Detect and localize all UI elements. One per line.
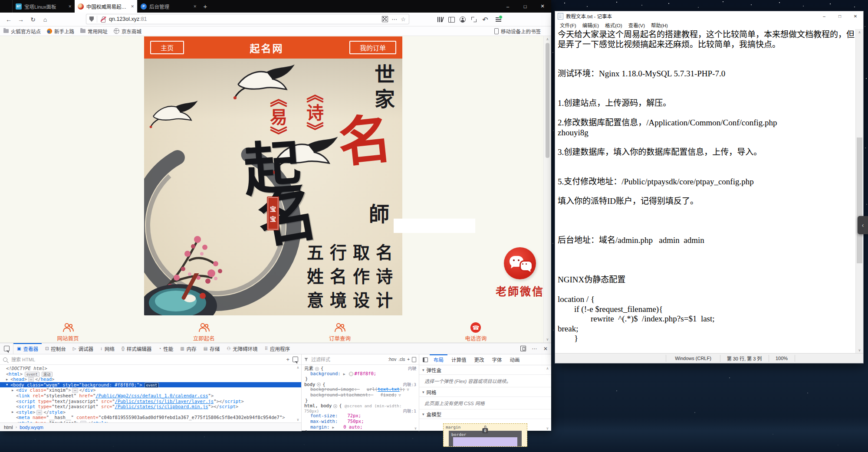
scroll-thumb[interactable] (857, 138, 862, 263)
box-model-padding[interactable] (453, 437, 517, 446)
menu-item[interactable]: 文件(F) (557, 22, 579, 29)
devtools-tab[interactable]: ⊡ 控制台 (42, 343, 69, 354)
expand-arrow-icon[interactable]: ▶ (12, 409, 16, 415)
reload-button[interactable]: ↻ (28, 14, 38, 25)
menu-item[interactable]: 编辑(E) (579, 22, 602, 29)
bookmark-jd-mall[interactable]: 京东商城 (114, 28, 141, 35)
print-media-icon[interactable] (412, 357, 416, 362)
boxmodel-section-header[interactable]: ▾ 盒模型 (419, 409, 551, 419)
nav-item-start-naming[interactable]: 立即起名 (136, 322, 272, 343)
bookmark-getting-started[interactable]: 新手上路 (47, 28, 74, 35)
menu-item[interactable]: 查看(V) (625, 22, 648, 29)
expand-arrow-icon[interactable]: ▶ (6, 377, 10, 383)
search-html-input[interactable] (10, 357, 283, 363)
devtools-tab[interactable]: ▤ 存储 (200, 343, 223, 354)
selector-highlighter-icon[interactable] (317, 383, 321, 386)
scroll-thumb[interactable] (546, 43, 549, 158)
devtools-tab[interactable]: ▥ 内存 (177, 343, 200, 354)
url-text[interactable]: qn.123ol.xyz:81 (109, 16, 378, 22)
tab-fonts[interactable]: 字体 (488, 354, 506, 365)
tab-layout[interactable]: 布局 (430, 354, 447, 365)
scroll-up-icon[interactable]: ∧ (856, 30, 863, 34)
class-toggle-button[interactable]: .cls (398, 357, 405, 362)
devtools-close-icon[interactable]: ✕ (540, 343, 551, 354)
new-tab-button[interactable]: + (200, 0, 211, 13)
devtools-tab[interactable]: ⠿ 应用程序 (261, 343, 293, 354)
library-icon[interactable] (435, 14, 445, 25)
eyedropper-icon[interactable] (293, 357, 298, 362)
html-tree-row[interactable]: <html>event滚动 (0, 371, 301, 377)
css-rule[interactable]: html, body{ @screen and (min-width: 750p… (302, 403, 419, 432)
add-rule-icon[interactable]: + (407, 357, 410, 362)
qr-code-icon[interactable] (382, 16, 388, 22)
tree-scrollbar[interactable]: ∧ ∨ (296, 366, 301, 422)
css-property[interactable]: background-attachment: fixed;▽ (302, 393, 419, 398)
filter-styles-input[interactable] (310, 357, 386, 363)
breadcrumb-body[interactable]: body.wyqm (20, 425, 43, 430)
html-tree-row[interactable]: <script type="text/javascript" src="/Pub… (0, 399, 301, 404)
html-tree-row[interactable]: <meta name="__hash__" content="c04bf8195… (0, 415, 301, 420)
my-orders-button[interactable]: 我的订单 (349, 41, 396, 54)
collapsed-sidebar-handle[interactable]: ‹ (858, 216, 868, 234)
scroll-down-icon[interactable]: ∨ (856, 348, 863, 352)
screenshot-icon[interactable] (469, 14, 479, 25)
nav-item-phone-consult[interactable]: ☎ 电话咨询 (408, 322, 544, 343)
url-bar[interactable]: qn.123ol.xyz:81 ⋯ ☆ (86, 14, 409, 24)
grid-section-header[interactable]: ▾ 网格 (419, 387, 551, 397)
layout-scrollbar[interactable]: ∧ ∨ (545, 367, 550, 430)
css-property[interactable]: background: ▶ #f8f8f0; (302, 371, 419, 377)
close-button[interactable]: ✕ (848, 11, 863, 21)
mobile-bookmarks[interactable]: 移动设备上的书签 (494, 28, 541, 35)
box-model-border[interactable]: border 0 (449, 431, 522, 446)
devtools-tab[interactable]: ▷ 调试器 (69, 343, 97, 354)
bookmark-folder-common-sites[interactable]: 常用网址 (80, 28, 108, 35)
insecure-lock-icon[interactable] (100, 16, 106, 22)
html-tree-row[interactable]: ▶<head>⋯</head> (0, 377, 301, 382)
css-rules-list[interactable]: 元素{ 内联 background: ▶ #f8f8f0; (302, 365, 419, 432)
bookmark-folder-firefox-official[interactable]: 火狐官方站点 (3, 28, 41, 35)
menu-hamburger-icon[interactable] (493, 14, 503, 25)
account-icon[interactable] (457, 14, 468, 25)
page-scrollbar[interactable]: ∧ ∨ (543, 36, 551, 343)
selector-highlighter-icon[interactable] (333, 404, 337, 408)
expand-arrow-icon[interactable]: ▶ (12, 388, 16, 393)
tab-close-icon[interactable]: ✕ (193, 4, 197, 9)
css-rule[interactable]: body{ 内联:3 background-image: url(text.tx… (302, 382, 419, 403)
css-rule[interactable]: 元素{ 内联 background: ▶ #f8f8f0; (302, 366, 419, 382)
add-node-icon[interactable]: + (286, 356, 289, 363)
bookmark-star-icon[interactable]: ☆ (401, 16, 406, 23)
devtools-tab[interactable]: ▣ 查看器 (13, 343, 42, 354)
minimize-button[interactable]: – (499, 0, 516, 13)
sidebar-icon[interactable] (446, 14, 457, 25)
html-tree-row[interactable]: ▶<div class="xinqim">⋯</div> (0, 387, 301, 393)
tab-animations[interactable]: 动画 (506, 354, 524, 365)
notepad-text[interactable]: 今天给大家录这个周易起名的搭建教程，这个比较简单，本来想做文档教程的，但是弄了一… (555, 29, 856, 344)
tracking-shield-icon[interactable] (89, 16, 94, 22)
home-button[interactable]: ⌂ (40, 14, 50, 25)
html-tree-row[interactable]: <script type="text/javascript" src="/Pub… (0, 404, 301, 409)
flexbox-section-header[interactable]: ▾ 弹性盒 (419, 365, 551, 375)
html-tree-row[interactable]: <!DOCTYPE html> (0, 366, 301, 371)
notepad-text-area[interactable]: 今天给大家录这个周易起名的搭建教程，这个比较简单，本来想做文档教程的，但是弄了一… (555, 29, 856, 354)
close-button[interactable]: ✕ (534, 0, 551, 13)
expand-arrow-icon[interactable]: ▼ (6, 382, 10, 388)
devtools-tab[interactable]: ⚇ 无障碍环境 (223, 343, 261, 354)
scroll-up-icon[interactable]: ∧ (544, 37, 551, 41)
home-nav-button[interactable]: 主页 (150, 41, 184, 54)
tab-qiming-site[interactable]: 中国权威周易起名官网 - 专注: ✕ (75, 0, 137, 13)
page-actions-icon[interactable]: ⋯ (391, 16, 397, 23)
html-tree-row[interactable]: ▼<body class="wyqm" style="background: #… (0, 382, 301, 388)
nav-item-order-query[interactable]: 订单查询 (272, 322, 408, 343)
forward-button[interactable]: → (16, 14, 26, 25)
scroll-down-icon[interactable]: ∨ (544, 337, 551, 341)
devtools-menu-icon[interactable]: ⋯ (529, 343, 540, 354)
tab-changes[interactable]: 更改 (470, 354, 488, 365)
tab-computed[interactable]: 计算值 (447, 354, 470, 365)
tab-close-icon[interactable]: ✕ (131, 4, 134, 9)
menu-item[interactable]: 帮助(H) (648, 22, 671, 29)
tab-baota-panel[interactable]: BT 宝塔Linux面板 ✕ (12, 0, 75, 13)
color-swatch[interactable] (349, 372, 353, 376)
html-tree-row[interactable]: <link rel="stylesheet" href="/Public/Wap… (0, 393, 301, 399)
html-tree-row[interactable]: ▶<style>⋯</style> (0, 409, 301, 415)
maximize-button[interactable]: □ (516, 0, 534, 13)
